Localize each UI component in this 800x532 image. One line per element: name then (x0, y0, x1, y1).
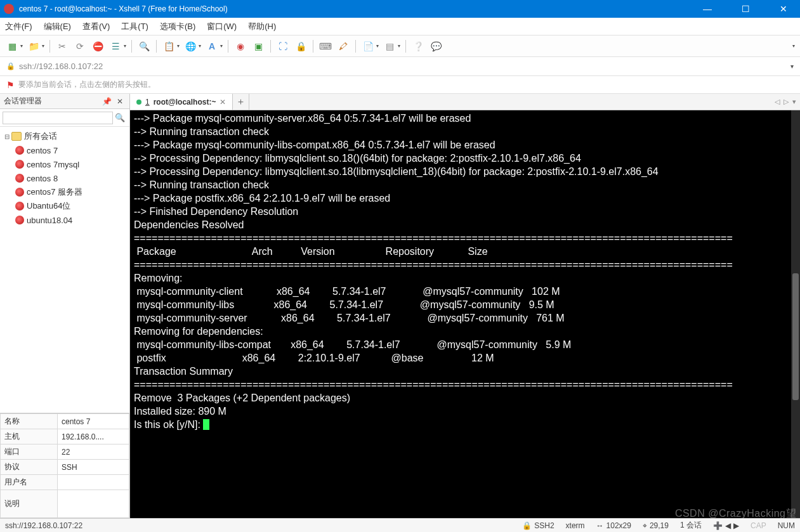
tab-bar: 1 root@localhost:~ ✕ ＋ ◁ ▷ ▾ (130, 94, 800, 110)
globe-icon[interactable]: 🌐 (183, 39, 197, 53)
session-manager: 会话管理器 📌 ✕ 🔍 ⊟ 所有会话 centos 7 centos 7mysq… (0, 94, 130, 518)
minimize-button[interactable]: — (695, 4, 720, 14)
new-session-drop[interactable]: ▾ (20, 43, 23, 49)
font-icon[interactable]: A (205, 39, 219, 53)
tree-root-label: 所有会话 (24, 131, 57, 142)
prop-key: 名称 (1, 414, 58, 429)
menu-window[interactable]: 窗口(W) (207, 21, 237, 32)
tab-list-icon[interactable]: ▾ (792, 98, 796, 106)
session-label: centos 7 (27, 146, 58, 155)
session-icon (15, 202, 24, 211)
copy-drop[interactable]: ▾ (177, 43, 180, 49)
session-icon (15, 216, 24, 224)
lock-icon: 🔒 (6, 62, 15, 70)
open-folder-icon[interactable]: 📁 (27, 39, 41, 53)
prop-row: 用户名 (1, 475, 129, 490)
session-item[interactable]: centos 8 (1, 171, 128, 185)
search-input[interactable] (3, 112, 113, 124)
layout-icon[interactable]: ▤ (383, 39, 397, 53)
menu-tools[interactable]: 工具(T) (121, 21, 148, 32)
tab-close-icon[interactable]: ✕ (220, 98, 226, 107)
tab-prev-icon[interactable]: ◁ (775, 98, 780, 106)
toolbar-overflow[interactable]: ▾ (792, 43, 795, 49)
session-item[interactable]: centos 7mysql (1, 157, 128, 171)
left-icon[interactable]: ◀ (725, 521, 731, 530)
menu-edit[interactable]: 编辑(E) (44, 21, 71, 32)
terminal-line: postfix x86_64 2:2.10.1-9.el7 @base 12 M (134, 351, 796, 365)
search-icon[interactable]: 🔍 (113, 113, 127, 122)
session-label: ubuntu18.04 (27, 216, 72, 225)
session-item[interactable]: ubuntu18.04 (1, 213, 128, 227)
prop-val: centos 7 (58, 414, 129, 429)
terminal-line: --> Running transaction check (134, 125, 796, 138)
prop-key: 主机 (1, 429, 58, 444)
menu-tabs[interactable]: 选项卡(B) (160, 21, 195, 32)
sidebar-search: 🔍 (0, 109, 129, 127)
scrollbar[interactable] (791, 110, 800, 518)
right-icon[interactable]: ▶ (733, 521, 739, 530)
keyboard-icon[interactable]: ⌨ (318, 39, 332, 53)
pin-icon[interactable]: 📌 (100, 97, 114, 106)
fullscreen-icon[interactable]: ⛶ (276, 39, 290, 53)
highlight-icon[interactable]: 🖍 (336, 39, 350, 53)
maximize-button[interactable]: ☐ (733, 4, 758, 14)
new-session-icon[interactable]: ▦ (5, 39, 19, 53)
properties-icon[interactable]: ☰ (108, 39, 122, 53)
terminal-tab[interactable]: 1 root@localhost:~ ✕ (130, 94, 233, 110)
terminal-line: Is this ok [y/N]: (134, 418, 796, 431)
terminal-line: --> Processing Dependency: libmysqlclien… (134, 165, 796, 178)
script-drop[interactable]: ▾ (376, 43, 379, 49)
open-drop[interactable]: ▾ (42, 43, 44, 49)
prop-key: 用户名 (1, 475, 58, 490)
terminal-line: ---> Package mysql-community-libs-compat… (134, 138, 796, 152)
menu-help[interactable]: 帮助(H) (248, 21, 276, 32)
new-tab-button[interactable]: ＋ (233, 94, 249, 110)
separator (405, 40, 406, 53)
address-dropdown[interactable]: ▾ (790, 63, 794, 70)
session-item[interactable]: Ubantu64位 (1, 199, 128, 213)
help-icon[interactable]: ❔ (411, 39, 425, 53)
terminal-line: ========================================… (134, 378, 796, 391)
globe-drop[interactable]: ▾ (199, 43, 201, 49)
scissors-icon[interactable]: ✂ (55, 39, 69, 53)
scrollbar-thumb[interactable] (792, 273, 799, 400)
plus-icon[interactable]: ➕ (713, 521, 723, 530)
session-item[interactable]: centos7 服务器 (1, 185, 128, 199)
script-icon[interactable]: 📄 (361, 39, 375, 53)
status-term: xterm (566, 521, 585, 530)
copy-icon[interactable]: 📋 (162, 39, 176, 53)
menu-file[interactable]: 文件(F) (5, 21, 32, 32)
chat-icon[interactable]: 💬 (429, 39, 443, 53)
tip-text: 要添加当前会话，点击左侧的箭头按钮。 (18, 79, 155, 90)
font-drop[interactable]: ▾ (220, 43, 223, 49)
prop-row: 说明 (1, 490, 129, 518)
prop-key: 端口 (1, 444, 58, 460)
reconnect-icon[interactable]: ⟳ (73, 39, 87, 53)
tab-next-icon[interactable]: ▷ (784, 98, 789, 106)
session-label: Ubantu64位 (27, 200, 70, 212)
search-icon[interactable]: 🔍 (137, 39, 151, 53)
close-icon[interactable]: ✕ (114, 97, 126, 106)
address-input[interactable] (19, 62, 787, 71)
green-square-icon[interactable]: ▣ (251, 39, 265, 53)
tab-title: root@localhost:~ (154, 98, 216, 107)
collapse-icon[interactable]: ⊟ (3, 133, 11, 140)
prop-val: 192.168.0.... (58, 429, 129, 444)
lock-icon[interactable]: 🔒 (294, 39, 308, 53)
properties-panel: 名称centos 7 主机192.168.0.... 端口22 协议SSH 用户… (0, 413, 129, 518)
disconnect-icon[interactable]: ⛔ (91, 39, 105, 53)
terminal-line: ========================================… (134, 231, 796, 245)
prop-val (58, 490, 129, 518)
layout-drop[interactable]: ▾ (398, 43, 400, 49)
prop-val (58, 475, 129, 490)
menu-view[interactable]: 查看(V) (82, 21, 110, 32)
tree-root[interactable]: ⊟ 所有会话 (1, 129, 128, 143)
terminal[interactable]: ---> Package mysql-community-server.x86_… (130, 110, 800, 518)
props-drop[interactable]: ▾ (124, 43, 126, 49)
close-button[interactable]: ✕ (771, 4, 796, 14)
terminal-line: --> Processing Dependency: libmysqlclien… (134, 152, 796, 165)
title-bar: centos 7 - root@localhost:~ - Xshell 7 (… (0, 0, 800, 18)
terminal-cursor (203, 419, 209, 430)
red-circle-icon[interactable]: ◉ (233, 39, 247, 53)
session-item[interactable]: centos 7 (1, 143, 128, 157)
